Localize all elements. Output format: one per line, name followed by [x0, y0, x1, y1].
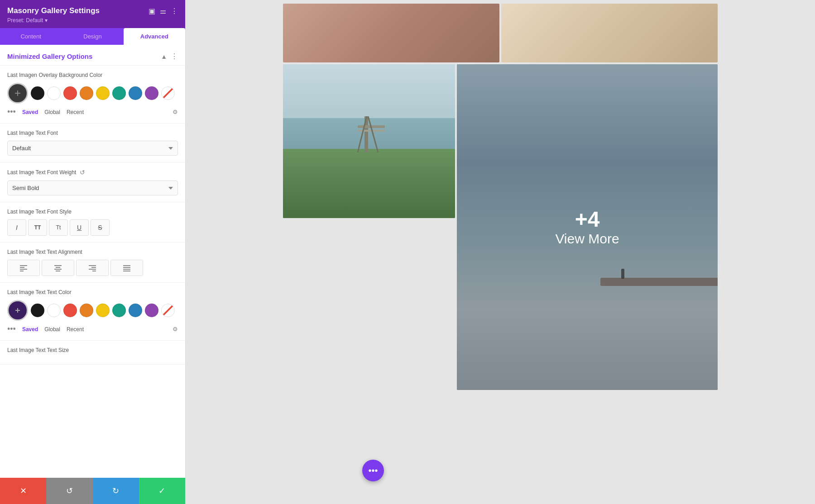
font-weight-label: Last Image Text Font Weight: [7, 169, 76, 176]
font-weight-section: Last Image Text Font Weight ↺ Thin Light…: [0, 162, 185, 202]
redo-button[interactable]: ↻: [93, 478, 139, 504]
active-color-swatch[interactable]: [7, 83, 28, 104]
text-color-orange[interactable]: [80, 304, 93, 317]
text-color-tab-recent[interactable]: Recent: [65, 325, 86, 333]
text-color-tab-global[interactable]: Global: [43, 325, 62, 333]
underline-button[interactable]: U: [70, 219, 89, 236]
svg-line-20: [368, 116, 378, 152]
color-blue[interactable]: [129, 86, 142, 100]
overlay-bg-label: Last Imagen Overlay Background Color: [7, 72, 178, 78]
columns-icon[interactable]: ⚌: [160, 7, 166, 15]
font-style-buttons: I TT Tt U S: [7, 219, 178, 236]
text-color-palette: [7, 300, 178, 321]
section-header-right: ▲ ⋮: [161, 52, 178, 61]
view-more-count: +4: [555, 208, 619, 232]
align-justify-button[interactable]: [110, 260, 143, 276]
reset-font-weight-icon[interactable]: ↺: [80, 169, 85, 176]
section-menu-icon[interactable]: ⋮: [171, 52, 178, 61]
text-color-black[interactable]: [31, 304, 44, 317]
text-size-label: Last Image Text Text Size: [7, 347, 178, 353]
text-color-label: Last Image Text Text Color: [7, 289, 178, 295]
undo-button[interactable]: ↺: [46, 478, 92, 504]
text-color-blue[interactable]: [129, 304, 142, 317]
color-teal[interactable]: [112, 86, 126, 100]
italic-button[interactable]: I: [7, 219, 26, 236]
text-color-teal[interactable]: [112, 304, 126, 317]
text-color-settings-icon[interactable]: ⚙: [173, 326, 178, 333]
pier-svg: [355, 116, 387, 175]
text-color-yellow[interactable]: [96, 304, 110, 317]
fab-icon: •••: [368, 466, 378, 476]
tab-content[interactable]: Content: [0, 28, 62, 45]
gallery-main-row: +4 View More: [283, 64, 718, 390]
overlay-color-palette: [7, 83, 178, 104]
cancel-button[interactable]: ✕: [0, 478, 46, 504]
color-white[interactable]: [47, 86, 61, 100]
font-style-label: Last Image Text Font Style: [7, 209, 178, 215]
gallery-top-row: [283, 0, 718, 62]
font-label: Last Image Text Font: [7, 130, 178, 136]
fisherman-pier: [600, 278, 718, 286]
panel-header: Masonry Gallery Settings ▣ ⚌ ⋮ Preset: D…: [0, 0, 185, 28]
collapse-icon[interactable]: ▲: [161, 53, 167, 60]
color-dots-icon[interactable]: •••: [7, 107, 16, 117]
text-color-white[interactable]: [47, 304, 61, 317]
section-title: Minimized Gallery Options: [7, 52, 92, 60]
settings-panel: Masonry Gallery Settings ▣ ⚌ ⋮ Preset: D…: [0, 0, 186, 504]
text-active-swatch[interactable]: [7, 300, 28, 321]
view-more-text: View More: [555, 231, 619, 247]
color-tab-saved[interactable]: Saved: [20, 108, 40, 116]
panel-header-icons: ▣ ⚌ ⋮: [149, 7, 178, 15]
font-section: Last Image Text Font Default Arial Georg…: [0, 124, 185, 162]
uppercase-button[interactable]: TT: [28, 219, 47, 236]
color-red[interactable]: [63, 86, 77, 100]
alignment-buttons: [7, 260, 178, 276]
panel-content: Minimized Gallery Options ▲ ⋮ Last Image…: [0, 45, 185, 478]
fab-button[interactable]: •••: [362, 460, 384, 481]
canvas-area: +4 View More •••: [186, 0, 815, 504]
font-select[interactable]: Default Arial Georgia Helvetica Verdana: [7, 141, 178, 156]
text-color-tabs-row: ••• Saved Global Recent ⚙: [7, 324, 178, 334]
color-tab-global[interactable]: Global: [43, 108, 62, 116]
color-none[interactable]: [161, 86, 175, 100]
gallery-top-img-1: [283, 4, 499, 62]
gallery-area: +4 View More: [186, 0, 815, 504]
text-color-tab-saved[interactable]: Saved: [20, 325, 40, 333]
align-center-button[interactable]: [42, 260, 74, 276]
text-color-dots-icon[interactable]: •••: [7, 324, 16, 334]
tab-advanced[interactable]: Advanced: [124, 28, 185, 45]
gallery-top-img-2: [501, 4, 718, 62]
align-left-button[interactable]: [7, 260, 40, 276]
color-settings-icon[interactable]: ⚙: [173, 109, 178, 115]
gallery-left-image: [283, 64, 455, 218]
tab-design[interactable]: Design: [62, 28, 123, 45]
strikethrough-button[interactable]: S: [91, 219, 110, 236]
undo-icon: ↺: [66, 486, 73, 496]
align-right-button[interactable]: [76, 260, 109, 276]
color-black[interactable]: [31, 86, 44, 100]
overlay-bg-color-section: Last Imagen Overlay Background Color •••…: [0, 66, 185, 124]
text-size-section: Last Image Text Text Size: [0, 341, 185, 365]
capitalize-button[interactable]: Tt: [49, 219, 68, 236]
text-alignment-section: Last Image Text Text Alignment: [0, 242, 185, 283]
overlay-color-tabs-row: ••• Saved Global Recent ⚙: [7, 107, 178, 117]
text-color-none[interactable]: [161, 304, 175, 317]
focus-icon[interactable]: ▣: [149, 7, 155, 15]
color-yellow[interactable]: [96, 86, 110, 100]
cancel-icon: ✕: [20, 486, 27, 496]
gallery-right-image: +4 View More: [457, 64, 718, 390]
font-style-section: Last Image Text Font Style I TT Tt U S: [0, 202, 185, 242]
color-purple[interactable]: [145, 86, 158, 100]
redo-icon: ↻: [112, 486, 119, 496]
save-button[interactable]: ✓: [139, 478, 185, 504]
text-color-red[interactable]: [63, 304, 77, 317]
font-weight-select[interactable]: Thin Light Regular Semi Bold Bold Extra …: [7, 181, 178, 195]
panel-preset[interactable]: Preset: Default ▾: [7, 17, 178, 24]
text-color-purple[interactable]: [145, 304, 158, 317]
color-orange[interactable]: [80, 86, 93, 100]
more-options-icon[interactable]: ⋮: [171, 7, 178, 15]
section-header: Minimized Gallery Options ▲ ⋮: [0, 45, 185, 66]
fisherman-figure: [621, 269, 624, 279]
view-more-overlay: +4 View More: [555, 208, 619, 247]
color-tab-recent[interactable]: Recent: [65, 108, 86, 116]
